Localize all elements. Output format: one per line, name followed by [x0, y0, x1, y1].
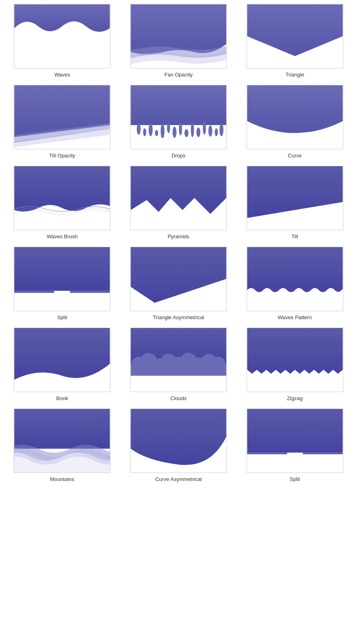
item-curve[interactable]: Curve	[237, 85, 353, 159]
label-tilt-opacity: Tilt Opacity	[49, 153, 75, 159]
svg-point-3	[149, 124, 153, 136]
item-drops[interactable]: Drops	[120, 85, 237, 159]
svg-rect-30	[15, 409, 110, 449]
svg-point-13	[208, 126, 212, 137]
item-pyramids[interactable]: Pyramids	[120, 166, 237, 239]
item-book[interactable]: Book	[4, 328, 120, 401]
item-clouds[interactable]: Clouds	[120, 328, 237, 401]
svg-point-14	[215, 128, 218, 136]
svg-point-9	[185, 129, 189, 137]
svg-point-8	[179, 123, 182, 136]
item-curve-asym[interactable]: Curve Asymmetrical	[120, 409, 237, 482]
label-tilt: Tilt	[291, 233, 298, 239]
label-curve: Curve	[288, 153, 302, 159]
preview-pyramids	[130, 166, 227, 230]
label-book: Book	[56, 395, 68, 401]
label-waves-brush: Waves Brush	[47, 233, 78, 239]
svg-rect-18	[70, 291, 110, 293]
svg-point-5	[161, 124, 165, 138]
label-triangle-asym: Triangle Asymmetrical	[153, 314, 204, 320]
label-fan-opacity: Fan Opacity	[164, 72, 193, 78]
item-triangle-asym[interactable]: Triangle Asymmetrical	[120, 247, 237, 320]
svg-rect-16	[15, 247, 110, 291]
label-split: Split	[57, 314, 67, 320]
label-triangle: Triangle	[285, 72, 304, 78]
item-tilt-opacity[interactable]: Tilt Opacity	[4, 85, 120, 159]
item-split[interactable]: Split	[4, 247, 120, 320]
svg-rect-31	[247, 409, 342, 453]
item-fan-opacity[interactable]: Fan Opacity	[120, 4, 237, 78]
shape-grid: Waves Fan Opacity	[0, 0, 357, 493]
item-mountains[interactable]: Mountains	[4, 409, 120, 482]
preview-split	[14, 247, 110, 311]
item-waves-pattern[interactable]: Waves Pattern	[237, 247, 353, 320]
preview-book	[14, 328, 110, 392]
svg-point-15	[220, 124, 224, 136]
item-zigzag[interactable]: Zigzag	[237, 328, 353, 401]
item-triangle[interactable]: Triangle	[237, 4, 353, 78]
label-split2: Split	[290, 476, 300, 482]
preview-drops	[130, 85, 227, 149]
preview-triangle-asym	[130, 247, 227, 311]
svg-rect-32	[247, 453, 287, 454]
preview-curve	[247, 85, 343, 149]
preview-waves	[14, 4, 110, 68]
item-waves[interactable]: Waves	[4, 4, 120, 78]
svg-point-4	[155, 130, 158, 136]
svg-rect-0	[131, 85, 226, 125]
preview-tilt-opacity	[14, 85, 110, 149]
svg-rect-29	[131, 364, 226, 376]
label-mountains: Mountains	[50, 476, 74, 482]
label-waves: Waves	[54, 72, 70, 78]
label-clouds: Clouds	[170, 395, 187, 401]
item-waves-brush[interactable]: Waves Brush	[4, 166, 120, 239]
label-waves-pattern: Waves Pattern	[278, 314, 312, 320]
preview-zigzag	[247, 328, 343, 392]
svg-point-6	[167, 124, 170, 133]
preview-waves-pattern	[247, 247, 343, 311]
preview-tilt	[247, 166, 343, 230]
svg-rect-33	[303, 453, 342, 454]
svg-rect-17	[15, 291, 54, 293]
preview-fan-opacity	[130, 4, 227, 68]
preview-split2	[247, 409, 343, 473]
preview-triangle	[247, 4, 343, 68]
preview-mountains	[14, 409, 110, 473]
label-pyramids: Pyramids	[168, 233, 189, 239]
item-split2[interactable]: Split	[237, 409, 353, 482]
svg-point-7	[172, 127, 176, 138]
item-tilt[interactable]: Tilt	[237, 166, 353, 239]
svg-point-1	[137, 124, 141, 135]
label-curve-asym: Curve Asymmetrical	[155, 476, 202, 482]
label-zigzag: Zigzag	[287, 395, 303, 401]
svg-point-10	[191, 123, 194, 137]
preview-curve-asym	[130, 409, 227, 473]
preview-clouds	[130, 328, 227, 392]
svg-point-12	[203, 122, 206, 135]
label-drops: Drops	[172, 153, 186, 159]
preview-waves-brush	[14, 166, 110, 230]
svg-point-2	[143, 128, 146, 136]
svg-point-11	[196, 128, 200, 137]
